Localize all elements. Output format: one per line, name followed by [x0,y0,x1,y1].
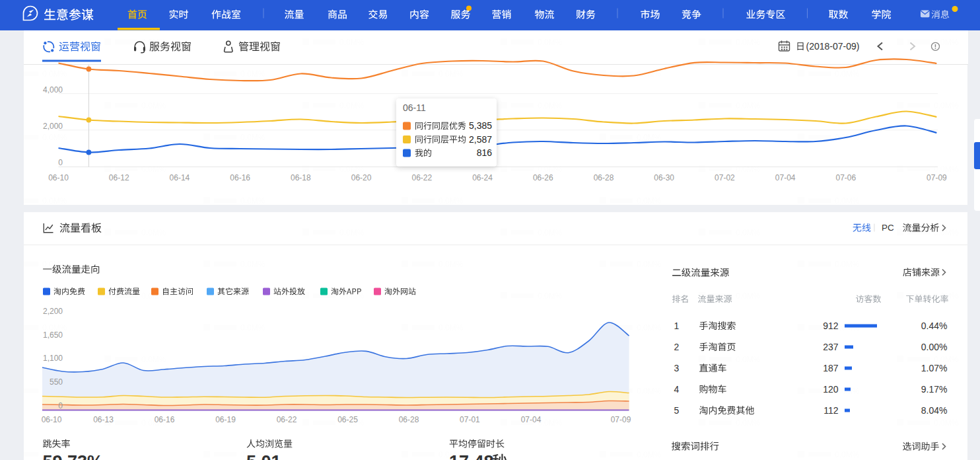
svg-text:06-28: 06-28 [594,173,614,182]
svg-text:07-09: 07-09 [611,415,631,424]
svg-text:06-28: 06-28 [399,415,419,424]
svg-text:07-04: 07-04 [775,173,796,182]
svg-text:0.00%: 0.00% [921,342,948,352]
svg-text:2,587: 2,587 [469,134,492,145]
svg-text:PC: PC [882,223,894,233]
svg-text:06-16: 06-16 [230,173,250,182]
svg-text:5.01: 5.01 [246,452,281,460]
svg-text:4,000: 4,000 [43,85,63,95]
svg-text:06-10: 06-10 [48,173,69,182]
svg-text:07-02: 07-02 [715,173,735,182]
svg-text:1.07%: 1.07% [921,363,948,373]
svg-text:06-30: 06-30 [654,173,674,182]
svg-text:07-06: 07-06 [836,173,857,182]
svg-text:0: 0 [58,158,63,167]
svg-text:06-22: 06-22 [277,415,297,424]
svg-text:120: 120 [823,384,839,395]
svg-text:06-19: 06-19 [215,415,236,424]
svg-text:06-26: 06-26 [533,173,553,182]
svg-text:1,650: 1,650 [43,330,63,340]
svg-text:06-12: 06-12 [109,173,129,182]
svg-text:3: 3 [674,363,680,373]
svg-text:187: 187 [823,363,839,373]
svg-text:2: 2 [674,342,680,352]
svg-text:8.04%: 8.04% [921,405,948,416]
svg-text:06-18: 06-18 [291,173,311,182]
svg-text:06-11: 06-11 [403,102,426,113]
svg-text:2,000: 2,000 [43,122,63,131]
svg-text:06-20: 06-20 [351,173,372,182]
svg-text:9.17%: 9.17% [921,384,948,395]
svg-text:06-10: 06-10 [42,415,62,424]
svg-text:07-04: 07-04 [521,415,542,424]
svg-text:1,100: 1,100 [43,354,63,363]
svg-text:06-22: 06-22 [411,173,432,182]
svg-text:59.73%: 59.73% [43,452,104,460]
svg-text:1: 1 [674,321,680,331]
svg-text:816: 816 [477,147,493,158]
svg-text:237: 237 [823,342,839,352]
svg-text:06-24: 06-24 [472,173,493,182]
svg-text:2,200: 2,200 [43,307,63,316]
svg-text:4: 4 [674,384,680,395]
svg-text:06-14: 06-14 [170,173,190,182]
svg-text:5,385: 5,385 [469,120,492,131]
svg-text:07-01: 07-01 [460,415,480,424]
svg-text:06-25: 06-25 [337,415,358,424]
svg-text:5: 5 [674,405,680,416]
svg-text:912: 912 [823,321,839,331]
svg-text:17.48: 17.48 [449,452,494,460]
svg-text:0: 0 [58,401,63,410]
svg-text:07-09: 07-09 [927,173,947,182]
svg-text:550: 550 [50,377,63,387]
svg-text:(2018-07-09): (2018-07-09) [806,41,860,52]
svg-text:06-13: 06-13 [93,415,114,424]
svg-text:112: 112 [823,405,839,416]
svg-text:06-16: 06-16 [155,415,175,424]
svg-text:0.44%: 0.44% [921,321,948,331]
